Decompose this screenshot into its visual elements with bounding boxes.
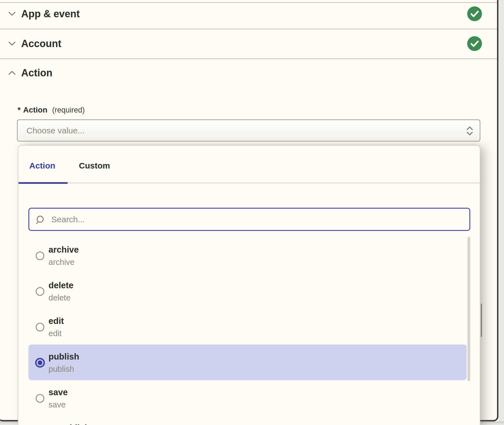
option-title: unpublish [49,423,90,425]
section-title: Action [21,67,52,79]
chevron-down-icon [8,12,16,16]
page-gutter [498,0,504,425]
dropdown-scrollbar-thumb[interactable] [467,237,470,381]
section-title: App & event [21,8,80,19]
option-title: delete [49,280,74,290]
radio-icon[interactable] [36,251,44,260]
check-circle-icon [467,6,482,21]
option-title: archive [49,245,79,255]
option-subtitle: edit [49,328,62,338]
option-title: publish [49,352,79,362]
option-title: edit [49,316,64,326]
action-select[interactable]: Choose value... [17,119,480,141]
section-title: Account [21,38,61,49]
radio-icon[interactable] [36,287,44,296]
option-subtitle: archive [49,257,75,267]
tab-active-underline [18,182,68,184]
option-row-archive[interactable]: archive archive [28,238,467,273]
select-placeholder: Choose value... [26,126,84,135]
chevron-up-icon [8,71,16,75]
option-row-delete[interactable]: delete delete [28,273,467,309]
divider [0,2,497,3]
action-field-label: * Action (required) [18,106,85,114]
up-down-chevron-icon [466,126,474,136]
option-subtitle: save [49,400,66,410]
option-row-save[interactable]: save save [28,380,467,416]
radio-icon[interactable] [35,358,45,368]
option-row-edit[interactable]: edit edit [28,309,467,345]
tab-custom[interactable]: Custom [79,161,110,171]
tab-underline-track [18,182,480,184]
option-subtitle: publish [49,364,74,374]
field-label-text: Action [23,106,47,114]
action-dropdown-panel: Action Custom archive archive delete del… [18,145,480,425]
option-subtitle: delete [49,293,71,303]
page-scrollbar-thumb[interactable] [481,304,482,337]
required-note: (required) [52,106,85,114]
divider [0,29,497,29]
radio-icon[interactable] [36,323,44,331]
tab-action[interactable]: Action [29,161,55,171]
required-marker: * [18,106,21,114]
radio-icon[interactable] [36,394,44,403]
zap-step-editor: App & event Account Action * Action (req… [0,0,504,425]
option-row-unpublish[interactable]: unpublish [28,416,467,425]
check-circle-icon [467,36,482,51]
option-title: save [49,387,68,397]
divider [0,58,497,59]
chevron-down-icon [8,41,16,46]
option-row-publish[interactable]: publish publish [28,345,467,380]
search-input[interactable] [28,208,470,231]
